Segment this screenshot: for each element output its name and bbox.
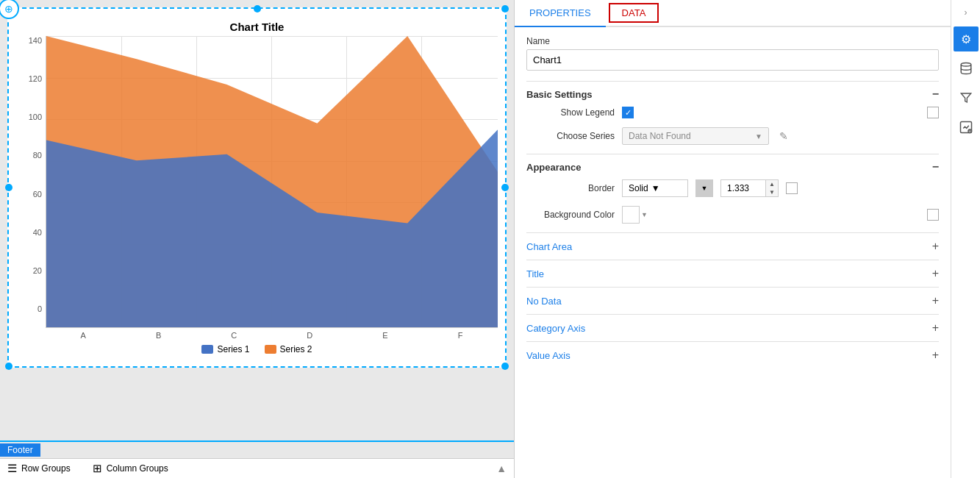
- svg-point-0: [961, 63, 971, 67]
- chart-area-label: Chart Area: [526, 241, 572, 252]
- chart-plot: [46, 36, 498, 328]
- sidebar-chart-settings-icon[interactable]: [954, 115, 979, 140]
- footer-label[interactable]: Footer: [0, 443, 40, 457]
- y-axis: 140 120 100 80 60 40 20 0: [16, 36, 46, 328]
- choose-series-row: Choose Series Data Not Found ▼ ✎: [526, 127, 939, 145]
- show-legend-row: Show Legend ✓: [526, 107, 939, 118]
- resize-handle-left[interactable]: [5, 184, 12, 191]
- appearance-header: Appearance −: [526, 154, 939, 179]
- bg-color-swatch: [622, 206, 640, 224]
- title-section-label: Title: [526, 268, 544, 279]
- expand-no-data[interactable]: No Data +: [526, 287, 939, 314]
- column-groups-label: Column Groups: [107, 463, 168, 474]
- border-label: Border: [526, 183, 615, 193]
- bottom-bar: ☰ Row Groups ⊞ Column Groups ▲: [0, 458, 514, 478]
- border-width-up[interactable]: ▲: [766, 180, 778, 188]
- legend-item-series2: Series 2: [265, 344, 312, 354]
- props-content: Name Basic Settings − Show Legend ✓ Choo…: [515, 27, 951, 478]
- border-width-input: 1.333 ▲ ▼: [720, 179, 779, 197]
- border-width-down[interactable]: ▼: [766, 188, 778, 196]
- column-groups-icon: ⊞: [93, 462, 102, 475]
- chart-title: Chart Title: [16, 16, 498, 36]
- choose-series-label: Choose Series: [526, 131, 615, 141]
- row-groups-label: Row Groups: [21, 463, 71, 474]
- x-axis: A B C D E F: [46, 328, 498, 340]
- value-axis-toggle: +: [932, 349, 939, 362]
- chart-area-toggle: +: [932, 240, 939, 253]
- sidebar-arrow[interactable]: ›: [965, 3, 968, 22]
- legend-label-series2: Series 2: [280, 344, 312, 354]
- show-legend-checkbox[interactable]: ✓: [622, 107, 634, 118]
- legend-color-series2: [265, 345, 276, 354]
- border-width-arrows: ▲ ▼: [765, 180, 778, 196]
- bg-color-label: Background Color: [526, 210, 615, 220]
- border-color-arrow: ▼: [701, 185, 708, 192]
- row-groups-icon: ☰: [7, 462, 17, 475]
- expand-title[interactable]: Title +: [526, 260, 939, 287]
- appearance-label: Appearance: [526, 162, 581, 173]
- expand-chart-area[interactable]: Chart Area +: [526, 232, 939, 260]
- tabs-row: PROPERTIES DATA: [515, 0, 951, 27]
- choose-series-select[interactable]: Data Not Found ▼: [622, 127, 769, 145]
- resize-handle-top[interactable]: [254, 5, 261, 13]
- border-width-value[interactable]: 1.333: [721, 180, 765, 196]
- basic-settings-header: Basic Settings −: [526, 81, 939, 107]
- chart-svg: [46, 36, 498, 327]
- props-panel: PROPERTIES DATA Name Basic Settings − Sh…: [515, 0, 951, 478]
- resize-handle-right[interactable]: [501, 184, 509, 191]
- show-legend-checkbox2[interactable]: [927, 107, 939, 118]
- category-axis-label: Category Axis: [526, 323, 585, 334]
- border-type-arrow: ▼: [651, 183, 660, 193]
- category-axis-toggle: +: [932, 321, 939, 335]
- legend-color-series1: [201, 345, 213, 354]
- svg-marker-1: [961, 93, 970, 102]
- chart-legend: Series 1 Series 2: [16, 340, 498, 359]
- expand-category-axis[interactable]: Category Axis +: [526, 314, 939, 341]
- chart-wrapper: ⊕ Chart Title 140 120 100 80 60: [7, 7, 507, 368]
- no-data-label: No Data: [526, 296, 562, 307]
- sidebar: › ⚙: [951, 0, 980, 478]
- name-input[interactable]: [526, 49, 939, 71]
- edit-series-icon[interactable]: ✎: [779, 130, 788, 142]
- name-field-row: Name: [526, 36, 939, 71]
- row-groups-item[interactable]: ☰ Row Groups: [7, 462, 71, 475]
- value-axis-label: Value Axis: [526, 350, 571, 361]
- tab-data[interactable]: DATA: [609, 3, 659, 23]
- border-type-text: Solid: [629, 183, 648, 193]
- sidebar-filter-icon[interactable]: [954, 85, 979, 110]
- footer-strip: Footer: [0, 440, 514, 458]
- appearance-toggle[interactable]: −: [932, 160, 939, 174]
- border-color-swatch[interactable]: ▼: [695, 179, 713, 197]
- basic-settings-label: Basic Settings: [526, 89, 593, 100]
- legend-item-series1: Series 1: [201, 344, 249, 354]
- name-field-label: Name: [526, 36, 939, 46]
- resize-handle-bottom-left[interactable]: [5, 363, 12, 370]
- show-legend-label: Show Legend: [526, 107, 615, 118]
- bg-color-row: Background Color ▼: [526, 206, 939, 224]
- sidebar-database-icon[interactable]: [954, 56, 979, 81]
- border-checkbox[interactable]: [786, 182, 798, 194]
- column-groups-item[interactable]: ⊞ Column Groups: [93, 462, 168, 475]
- expand-value-axis[interactable]: Value Axis +: [526, 341, 939, 368]
- tab-properties[interactable]: PROPERTIES: [515, 0, 606, 27]
- basic-settings-toggle[interactable]: −: [932, 88, 939, 101]
- bg-color-checkbox[interactable]: [927, 209, 939, 221]
- bg-color-swatch-wrapper[interactable]: ▼: [622, 206, 648, 224]
- title-toggle: +: [932, 267, 939, 280]
- choose-series-text: Data Not Found: [629, 131, 752, 141]
- legend-label-series1: Series 1: [217, 344, 249, 354]
- expand-icon[interactable]: ▲: [496, 463, 507, 474]
- no-data-toggle: +: [932, 294, 939, 307]
- resize-handle-top-right[interactable]: [501, 5, 509, 13]
- bg-color-arrow: ▼: [641, 211, 648, 218]
- choose-series-arrow: ▼: [755, 132, 762, 140]
- resize-handle-bottom-right[interactable]: [501, 363, 509, 370]
- border-row: Border Solid ▼ ▼ 1.333 ▲ ▼: [526, 179, 939, 197]
- border-type-select[interactable]: Solid ▼: [622, 179, 688, 197]
- sidebar-settings-icon[interactable]: ⚙: [954, 26, 979, 51]
